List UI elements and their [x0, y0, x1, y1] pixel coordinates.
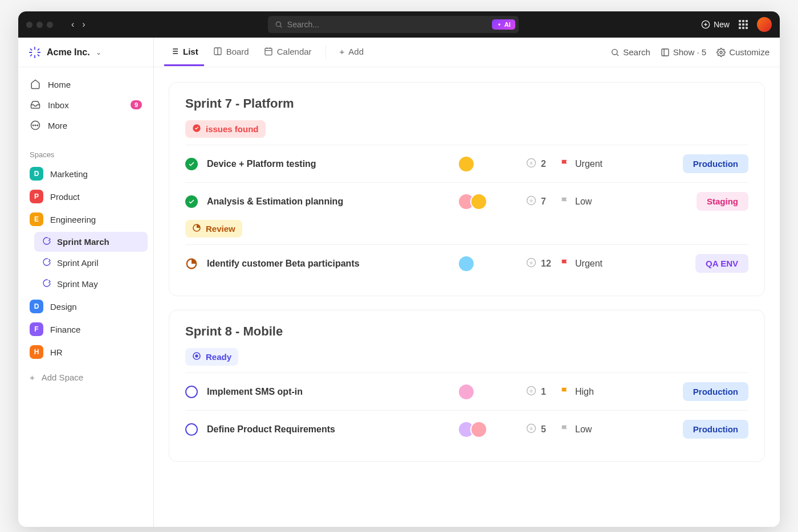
task-row[interactable]: Analysis & Estimation planning 7 Low Sta… [185, 182, 748, 220]
space-item-finance[interactable]: FFinance [18, 318, 153, 341]
assignee-avatar[interactable] [458, 155, 475, 173]
task-row[interactable]: Define Product Requirements 5 Low Produc… [185, 410, 748, 448]
flag-icon [560, 158, 569, 170]
spaces-list: DMarketingPProductEEngineeringSprint Mar… [18, 162, 153, 363]
task-priority[interactable]: Low [560, 424, 629, 435]
task-name: Implement SMS opt-in [207, 387, 458, 397]
sprint-item[interactable]: Sprint May [34, 274, 148, 294]
task-priority[interactable]: High [560, 386, 629, 398]
sprint-item[interactable]: Sprint April [34, 253, 148, 273]
space-item-product[interactable]: PProduct [18, 185, 153, 208]
space-item-marketing[interactable]: DMarketing [18, 162, 153, 185]
space-item-design[interactable]: DDesign [18, 295, 153, 318]
space-label: Product [50, 192, 80, 202]
search-button[interactable]: Search [610, 47, 650, 57]
svg-rect-8 [29, 52, 32, 53]
min-dot[interactable] [36, 22, 43, 28]
flag-icon [560, 196, 569, 207]
forward-button[interactable]: › [82, 19, 85, 30]
add-space-button[interactable]: + Add Space [18, 367, 153, 388]
max-dot[interactable] [47, 22, 53, 28]
space-item-hr[interactable]: HHR [18, 341, 153, 363]
workspace-switcher[interactable]: Acme Inc. ⌄ [18, 38, 153, 67]
svg-point-0 [276, 22, 280, 26]
task-status-progress[interactable] [185, 257, 198, 270]
search-placeholder: Search... [287, 20, 512, 29]
space-item-engineering[interactable]: EEngineering [18, 208, 153, 231]
ai-badge[interactable]: AI [492, 19, 515, 30]
add-view-button[interactable]: + Add [334, 39, 369, 66]
show-button[interactable]: Show · 5 [661, 47, 706, 57]
task-priority[interactable]: Low [560, 196, 629, 207]
svg-rect-9 [38, 52, 41, 53]
tab-list[interactable]: List [164, 39, 204, 66]
app-window: ‹ › Search... AI New Acm [18, 11, 780, 527]
tab-calendar[interactable]: Calendar [258, 39, 317, 66]
task-status-open[interactable] [185, 386, 198, 398]
svg-rect-26 [265, 48, 272, 55]
status-group-pill[interactable]: issues found [185, 120, 266, 138]
user-avatar[interactable] [757, 17, 772, 32]
back-button[interactable]: ‹ [71, 19, 74, 30]
svg-point-2 [498, 23, 500, 25]
svg-marker-47 [529, 388, 534, 393]
sparkle-icon [496, 22, 502, 27]
assignee-avatar[interactable] [458, 383, 475, 400]
logo-icon [28, 46, 41, 59]
svg-point-34 [720, 51, 722, 54]
customize-button[interactable]: Customize [716, 47, 769, 57]
svg-rect-32 [662, 49, 669, 56]
status-group-pill[interactable]: Ready [185, 348, 238, 366]
task-status-open[interactable] [185, 423, 198, 436]
task-row[interactable]: Identify customer Beta participants 12 U… [185, 244, 748, 282]
tab-board[interactable]: Board [207, 39, 255, 66]
sprint-item[interactable]: Sprint March [34, 232, 148, 252]
task-status-done[interactable] [185, 195, 198, 208]
assignee-avatar[interactable] [470, 421, 487, 438]
sprint-card: Sprint 7 - Platformissues found Device +… [169, 82, 765, 296]
search-icon [610, 48, 620, 57]
toolbar-right: Search Show · 5 Customize [610, 47, 769, 57]
task-status-done[interactable] [185, 158, 198, 170]
home-icon [30, 79, 41, 89]
history-nav: ‹ › [71, 19, 85, 30]
task-score[interactable]: 5 [526, 423, 560, 436]
task-row[interactable]: Implement SMS opt-in 1 High Production [185, 373, 748, 410]
window-controls[interactable] [26, 22, 53, 28]
space-label: Marketing [50, 169, 88, 179]
task-score[interactable]: 12 [526, 257, 560, 270]
task-priority[interactable]: Urgent [560, 158, 629, 170]
svg-line-31 [617, 54, 618, 56]
nav-inbox[interactable]: Inbox 9 [24, 95, 148, 115]
task-score[interactable]: 7 [526, 195, 560, 208]
close-dot[interactable] [26, 22, 32, 28]
status-icon [192, 124, 201, 134]
svg-point-30 [612, 49, 617, 54]
sprint-title: Sprint 8 - Mobile [185, 324, 748, 339]
assignees [458, 155, 492, 173]
sprint-icon [42, 257, 51, 268]
global-search[interactable]: Search... AI [268, 16, 519, 33]
task-score[interactable]: 1 [526, 386, 560, 398]
env-tag[interactable]: Staging [697, 192, 748, 211]
task-score[interactable]: 2 [526, 158, 560, 170]
spaces-heading: Spaces [18, 142, 153, 162]
svg-marker-37 [529, 161, 534, 165]
calendar-icon [264, 47, 273, 56]
assignee-avatar[interactable] [470, 193, 487, 210]
board-icon [213, 47, 222, 56]
space-label: HR [50, 347, 63, 357]
nav-more[interactable]: More [24, 115, 148, 136]
body: Acme Inc. ⌄ Home Inbox 9 More Spaces [18, 38, 780, 527]
assignee-avatar[interactable] [458, 255, 475, 272]
env-tag[interactable]: Production [683, 154, 748, 173]
apps-icon[interactable] [739, 20, 748, 29]
env-tag[interactable]: Production [683, 382, 748, 401]
nav-home[interactable]: Home [24, 74, 148, 95]
task-row[interactable]: Device + Platform testing 2 Urgent Produ… [185, 145, 748, 182]
task-priority[interactable]: Urgent [560, 258, 629, 269]
env-tag[interactable]: Production [683, 420, 748, 439]
new-button[interactable]: New [701, 20, 730, 29]
status-group-pill[interactable]: Review [185, 220, 242, 238]
env-tag[interactable]: QA ENV [695, 254, 748, 273]
